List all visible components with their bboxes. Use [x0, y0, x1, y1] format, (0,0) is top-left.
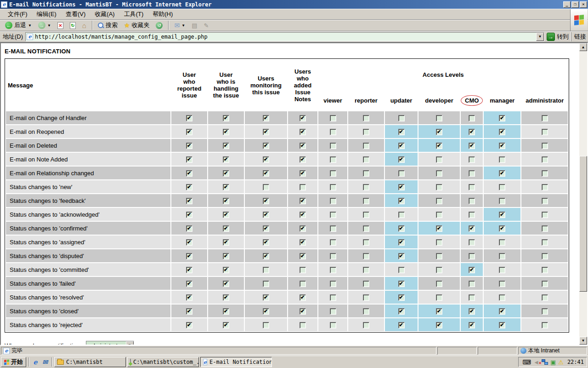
- checkbox-checked[interactable]: [223, 267, 229, 273]
- history-button[interactable]: ↺: [153, 20, 165, 30]
- checkbox-unchecked[interactable]: [542, 308, 548, 315]
- checkbox-unchecked[interactable]: [363, 184, 369, 190]
- checkbox-unchecked[interactable]: [330, 308, 336, 315]
- checkbox-checked[interactable]: [186, 253, 192, 259]
- checkbox-unchecked[interactable]: [300, 322, 306, 328]
- checkbox-checked[interactable]: [300, 308, 306, 315]
- checkbox-checked[interactable]: [223, 184, 229, 190]
- checkbox-unchecked[interactable]: [436, 115, 442, 121]
- checkbox-checked[interactable]: [436, 322, 442, 328]
- checkbox-unchecked[interactable]: [499, 253, 505, 259]
- checkbox-unchecked[interactable]: [330, 129, 336, 135]
- checkbox-checked[interactable]: [186, 212, 192, 218]
- address-dropdown-icon[interactable]: ▼: [536, 33, 544, 41]
- checkbox-unchecked[interactable]: [363, 322, 369, 328]
- checkbox-checked[interactable]: [223, 212, 229, 218]
- checkbox-checked[interactable]: [469, 129, 475, 135]
- menu-view[interactable]: 查看(V): [62, 9, 90, 20]
- checkbox-checked[interactable]: [223, 129, 229, 135]
- task-button-email-notification[interactable]: e E-mail Notification...: [200, 357, 272, 367]
- checkbox-unchecked[interactable]: [469, 294, 475, 301]
- checkbox-checked[interactable]: [300, 170, 306, 177]
- checkbox-unchecked[interactable]: [363, 156, 369, 163]
- checkbox-unchecked[interactable]: [363, 212, 369, 218]
- checkbox-unchecked[interactable]: [363, 129, 369, 135]
- checkbox-checked[interactable]: [223, 225, 229, 232]
- checkbox-unchecked[interactable]: [398, 170, 405, 177]
- checkbox-checked[interactable]: [300, 115, 306, 121]
- keyboard-layout-icon[interactable]: ⌨: [522, 359, 531, 365]
- checkbox-unchecked[interactable]: [542, 115, 548, 121]
- checkbox-unchecked[interactable]: [499, 198, 505, 204]
- checkbox-checked[interactable]: [186, 143, 192, 149]
- checkbox-checked[interactable]: [300, 156, 306, 163]
- checkbox-checked[interactable]: [263, 143, 269, 149]
- checkbox-checked[interactable]: [436, 225, 442, 232]
- checkbox-unchecked[interactable]: [330, 281, 336, 287]
- checkbox-unchecked[interactable]: [542, 170, 548, 177]
- checkbox-checked[interactable]: [398, 129, 405, 135]
- checkbox-checked[interactable]: [398, 156, 405, 163]
- checkbox-unchecked[interactable]: [542, 198, 548, 204]
- checkbox-unchecked[interactable]: [542, 184, 548, 190]
- checkbox-checked[interactable]: [436, 129, 442, 135]
- checkbox-unchecked[interactable]: [363, 198, 369, 204]
- checkbox-unchecked[interactable]: [469, 281, 475, 287]
- task-button-custom-file[interactable]: C:\mantisbt\custom_...: [127, 357, 199, 367]
- checkbox-unchecked[interactable]: [499, 281, 505, 287]
- network-icon[interactable]: [542, 359, 548, 365]
- muted-volume-icon[interactable]: ◄: [533, 359, 539, 365]
- checkbox-checked[interactable]: [398, 239, 405, 246]
- checkbox-unchecked[interactable]: [330, 253, 336, 259]
- checkbox-checked[interactable]: [263, 239, 269, 246]
- quicklaunch-outlook-icon[interactable]: ✉: [41, 358, 49, 366]
- checkbox-checked[interactable]: [300, 239, 306, 246]
- checkbox-checked[interactable]: [186, 115, 192, 121]
- security-shield-icon[interactable]: ⚠: [558, 359, 564, 365]
- checkbox-checked[interactable]: [186, 239, 192, 246]
- checkbox-unchecked[interactable]: [499, 156, 505, 163]
- checkbox-unchecked[interactable]: [436, 198, 442, 204]
- print-button[interactable]: ▤: [189, 20, 199, 30]
- checkbox-unchecked[interactable]: [499, 184, 505, 190]
- checkbox-unchecked[interactable]: [436, 239, 442, 246]
- checkbox-checked[interactable]: [300, 253, 306, 259]
- checkbox-checked[interactable]: [223, 322, 229, 328]
- checkbox-checked[interactable]: [223, 239, 229, 246]
- checkbox-unchecked[interactable]: [300, 281, 306, 287]
- checkbox-unchecked[interactable]: [330, 239, 336, 246]
- checkbox-unchecked[interactable]: [436, 294, 442, 301]
- checkbox-unchecked[interactable]: [330, 322, 336, 328]
- checkbox-checked[interactable]: [186, 170, 192, 177]
- checkbox-checked[interactable]: [499, 129, 505, 135]
- checkbox-checked[interactable]: [499, 308, 505, 315]
- quicklaunch-ie-icon[interactable]: e: [31, 358, 40, 366]
- close-button[interactable]: ✕: [580, 1, 587, 8]
- checkbox-checked[interactable]: [186, 129, 192, 135]
- checkbox-checked[interactable]: [223, 143, 229, 149]
- checkbox-checked[interactable]: [469, 267, 475, 273]
- checkbox-unchecked[interactable]: [542, 322, 548, 328]
- forward-dropdown-icon[interactable]: ▼: [47, 23, 51, 28]
- checkbox-checked[interactable]: [398, 143, 405, 149]
- checkbox-unchecked[interactable]: [436, 170, 442, 177]
- checkbox-unchecked[interactable]: [398, 115, 405, 121]
- checkbox-unchecked[interactable]: [330, 156, 336, 163]
- checkbox-checked[interactable]: [263, 115, 269, 121]
- checkbox-unchecked[interactable]: [330, 184, 336, 190]
- checkbox-unchecked[interactable]: [469, 115, 475, 121]
- checkbox-checked[interactable]: [300, 198, 306, 204]
- checkbox-unchecked[interactable]: [263, 184, 269, 190]
- checkbox-checked[interactable]: [398, 184, 405, 190]
- checkbox-checked[interactable]: [398, 322, 405, 328]
- checkbox-checked[interactable]: [223, 308, 229, 315]
- checkbox-unchecked[interactable]: [363, 294, 369, 301]
- checkbox-unchecked[interactable]: [330, 170, 336, 177]
- checkbox-checked[interactable]: [398, 198, 405, 204]
- checkbox-unchecked[interactable]: [330, 212, 336, 218]
- checkbox-unchecked[interactable]: [363, 281, 369, 287]
- select-dropdown-icon[interactable]: ▼: [126, 341, 134, 345]
- checkbox-unchecked[interactable]: [542, 156, 548, 163]
- checkbox-checked[interactable]: [499, 225, 505, 232]
- checkbox-checked[interactable]: [263, 253, 269, 259]
